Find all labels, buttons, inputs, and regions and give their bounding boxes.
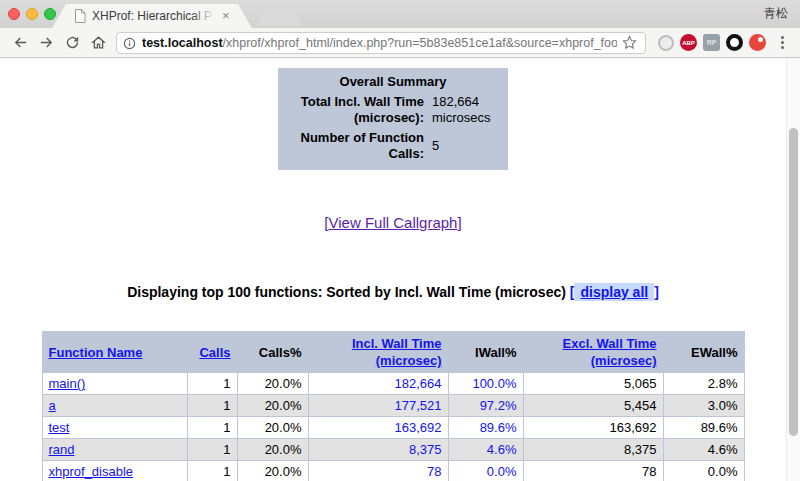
overall-summary-panel: Overall Summary Total Incl. Wall Time (m… xyxy=(278,68,508,170)
tab-strip: XHProf: Hierarchical Profiler Re × 青松 xyxy=(0,0,800,28)
reload-button[interactable] xyxy=(60,31,84,55)
sort-function-name-link[interactable]: Function Name xyxy=(49,345,143,360)
cell-calls-pct: 20.0% xyxy=(237,395,308,417)
cell-iwall-pct: 89.6% xyxy=(448,417,523,439)
address-bar[interactable]: test.localhost/xhprof/xhprof_html/index.… xyxy=(116,32,646,54)
minimize-window-button[interactable] xyxy=(26,8,38,20)
heading-text: Displaying top 100 functions: Sorted by … xyxy=(127,284,566,300)
cell-incl-wall: 182,664 xyxy=(308,373,448,395)
cell-calls-pct: 20.0% xyxy=(237,417,308,439)
cell-iwall-pct: 0.0% xyxy=(448,461,523,481)
url-path: /xhprof/xhprof_html/index.php?run=5b83e8… xyxy=(223,36,617,50)
summary-label-wall-time: Total Incl. Wall Time (microsec): xyxy=(278,92,428,128)
summary-row: Total Incl. Wall Time (microsec): 182,66… xyxy=(278,92,508,128)
cell-calls: 1 xyxy=(187,439,237,461)
cell-excl-wall: 5,454 xyxy=(523,395,663,417)
bookmark-star-icon[interactable] xyxy=(621,34,639,52)
display-all-link[interactable]: display all xyxy=(574,283,654,301)
scrollbar-track[interactable] xyxy=(786,58,800,481)
function-link[interactable]: test xyxy=(49,420,70,435)
url-domain: test.localhost xyxy=(142,36,223,50)
extension-disabled-icon[interactable] xyxy=(658,35,674,51)
window-controls xyxy=(8,8,56,20)
summary-value-function-calls: 5 xyxy=(428,128,508,170)
cell-excl-wall: 8,375 xyxy=(523,439,663,461)
header-ewall-pct: EWall% xyxy=(663,332,744,373)
cell-excl-wall: 163,692 xyxy=(523,417,663,439)
table-row: rand 1 20.0% 8,375 4.6% 8,375 4.6% xyxy=(42,439,744,461)
cell-excl-wall: 5,065 xyxy=(523,373,663,395)
cell-incl-wall: 177,521 xyxy=(308,395,448,417)
cell-calls-pct: 20.0% xyxy=(237,439,308,461)
summary-value-wall-time: 182,664 microsecs xyxy=(428,92,508,128)
cell-incl-wall: 8,375 xyxy=(308,439,448,461)
url-text[interactable]: test.localhost/xhprof/xhprof_html/index.… xyxy=(142,36,617,50)
tab-title: XHProf: Hierarchical Profiler Re xyxy=(92,5,218,27)
cell-calls: 1 xyxy=(187,395,237,417)
cell-ewall-pct: 89.6% xyxy=(663,417,744,439)
cell-incl-wall: 78 xyxy=(308,461,448,481)
heading-bracket-close: ] xyxy=(654,284,659,300)
summary-row: Number of Function Calls: 5 xyxy=(278,128,508,170)
new-tab-button[interactable] xyxy=(256,9,302,26)
cell-ewall-pct: 2.8% xyxy=(663,373,744,395)
cell-excl-wall: 78 xyxy=(523,461,663,481)
table-row: xhprof_disable 1 20.0% 78 0.0% 78 0.0% xyxy=(42,461,744,481)
callgraph-bracket-close: ] xyxy=(457,214,461,231)
fullscreen-window-button[interactable] xyxy=(44,8,56,20)
view-full-callgraph-link[interactable]: View Full Callgraph xyxy=(329,214,458,231)
header-calls-pct: Calls% xyxy=(237,332,308,373)
page-favicon-icon xyxy=(74,9,86,23)
sort-incl-wall-time-link[interactable]: Incl. Wall Time (microsec) xyxy=(352,336,442,368)
sort-excl-wall-time-link[interactable]: Excl. Wall Time (microsec) xyxy=(563,336,657,368)
page-content: Overall Summary Total Incl. Wall Time (m… xyxy=(0,58,800,481)
cell-calls: 1 xyxy=(187,373,237,395)
back-button[interactable] xyxy=(8,31,32,55)
summary-label-function-calls: Number of Function Calls: xyxy=(278,128,428,170)
cell-incl-wall: 163,692 xyxy=(308,417,448,439)
function-link[interactable]: rand xyxy=(49,442,75,457)
chrome-menu-icon[interactable] xyxy=(774,36,790,49)
red-extension-icon[interactable] xyxy=(749,34,766,51)
cell-iwall-pct: 100.0% xyxy=(448,373,523,395)
summary-title: Overall Summary xyxy=(278,68,508,92)
functions-table: Function Name Calls Calls% Incl. Wall Ti… xyxy=(42,331,745,481)
function-link[interactable]: main() xyxy=(49,376,86,391)
cell-calls: 1 xyxy=(187,461,237,481)
table-row: main() 1 20.0% 182,664 100.0% 5,065 2.8% xyxy=(42,373,744,395)
close-window-button[interactable] xyxy=(8,8,20,20)
requestpolicy-icon[interactable]: RP xyxy=(703,34,720,51)
callgraph-line: [View Full Callgraph] xyxy=(0,214,786,231)
function-link[interactable]: a xyxy=(49,398,56,413)
extensions-area: ABP RP xyxy=(652,34,792,51)
black-ring-extension-icon[interactable] xyxy=(726,34,743,51)
function-link[interactable]: xhprof_disable xyxy=(49,464,134,479)
cell-ewall-pct: 3.0% xyxy=(663,395,744,417)
header-iwall-pct: IWall% xyxy=(448,332,523,373)
table-header-row: Function Name Calls Calls% Incl. Wall Ti… xyxy=(42,332,744,373)
profile-name[interactable]: 青松 xyxy=(764,5,788,22)
cell-calls-pct: 20.0% xyxy=(237,461,308,481)
cell-iwall-pct: 97.2% xyxy=(448,395,523,417)
browser-tab[interactable]: XHProf: Hierarchical Profiler Re × xyxy=(52,4,252,28)
report-heading: Displaying top 100 functions: Sorted by … xyxy=(0,284,786,300)
sort-calls-link[interactable]: Calls xyxy=(199,345,230,360)
forward-button[interactable] xyxy=(34,31,58,55)
cell-iwall-pct: 4.6% xyxy=(448,439,523,461)
cell-calls-pct: 20.0% xyxy=(237,373,308,395)
table-row: a 1 20.0% 177,521 97.2% 5,454 3.0% xyxy=(42,395,744,417)
adblock-plus-icon[interactable]: ABP xyxy=(680,34,697,51)
table-row: test 1 20.0% 163,692 89.6% 163,692 89.6% xyxy=(42,417,744,439)
tab-close-icon[interactable]: × xyxy=(222,10,230,22)
page-info-icon[interactable] xyxy=(123,36,136,49)
cell-ewall-pct: 0.0% xyxy=(663,461,744,481)
scrollbar-thumb[interactable] xyxy=(789,128,798,436)
cell-calls: 1 xyxy=(187,417,237,439)
home-button[interactable] xyxy=(86,31,110,55)
cell-ewall-pct: 4.6% xyxy=(663,439,744,461)
browser-toolbar: test.localhost/xhprof/xhprof_html/index.… xyxy=(0,28,800,58)
